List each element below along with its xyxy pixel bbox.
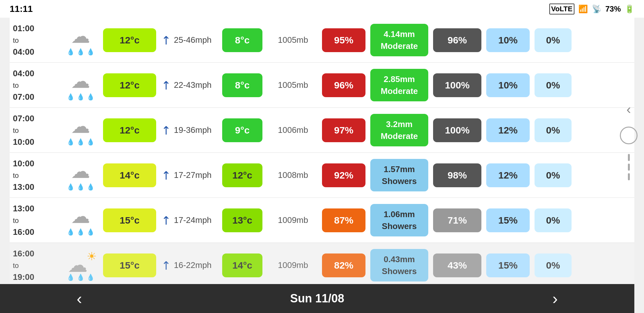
uv-col: 0% xyxy=(535,163,573,187)
menu-line xyxy=(628,163,630,170)
humidity-col: 87% xyxy=(322,208,367,232)
pressure-col: 1009mb xyxy=(267,260,319,270)
wind-col: ↗ 16-22mph xyxy=(161,259,219,272)
visibility-col: 10% xyxy=(486,73,531,97)
rain-drops: 💧💧💧 xyxy=(68,273,93,281)
feels-like-col: 8°c xyxy=(222,73,264,97)
wind-speed: 25-46mph xyxy=(174,35,212,45)
visibility-badge: 12% xyxy=(486,163,530,187)
prev-day-button[interactable]: ‹ xyxy=(0,289,159,308)
wind-direction-icon: ↗ xyxy=(158,167,174,183)
pressure-value: 1009mb xyxy=(278,215,308,225)
bottom-nav[interactable]: ‹ Sun 11/08 › xyxy=(0,284,634,313)
temperature-col: 15°c xyxy=(103,208,158,232)
precipitation-col: 4.14mmModerate xyxy=(370,24,430,56)
cloud-cover-col: 100% xyxy=(433,73,483,97)
date-label: Sun 11/08 xyxy=(159,292,476,305)
cloud-cover-col: 96% xyxy=(433,28,483,52)
pressure-value: 1009mb xyxy=(278,260,308,270)
precipitation-col: 2.85mmModerate xyxy=(370,69,430,101)
visibility-col: 10% xyxy=(486,28,531,52)
time-range: 07:00to10:00 xyxy=(13,113,58,148)
visibility-badge: 10% xyxy=(486,28,530,52)
pressure-value: 1008mb xyxy=(278,170,308,180)
wind-col: ↗ 19-36mph xyxy=(161,124,219,137)
visibility-col: 15% xyxy=(486,253,531,277)
feels-like-badge: 14°c xyxy=(222,253,262,277)
time-range: 13:00to16:00 xyxy=(13,203,58,238)
visibility-badge: 12% xyxy=(486,118,530,142)
cloud-cover-col: 98% xyxy=(433,163,483,187)
humidity-badge: 96% xyxy=(322,73,365,97)
temperature-col: 12°c xyxy=(103,73,158,97)
back-arrow-icon[interactable]: ‹ xyxy=(627,101,631,117)
cloud-cover-col: 71% xyxy=(433,208,483,232)
pressure-col: 1006mb xyxy=(267,125,319,135)
temperature-col: 12°c xyxy=(103,118,158,142)
precipitation-col: 3.2mmModerate xyxy=(370,114,430,146)
wind-speed: 17-24mph xyxy=(174,215,212,225)
visibility-badge: 15% xyxy=(486,208,530,232)
precipitation-badge: 2.85mmModerate xyxy=(370,69,428,101)
weather-icon-col: ☁ 💧💧💧 xyxy=(61,25,100,56)
weather-row: 16:00to19:00 ☁ ☀ 💧💧💧 15°c ↗ 16-22mph 14°… xyxy=(10,243,634,288)
cloud-badge: 100% xyxy=(433,118,481,142)
signal-icon: 📡 xyxy=(592,5,601,14)
pressure-col: 1008mb xyxy=(267,170,319,180)
humidity-col: 92% xyxy=(322,163,367,187)
temperature-col: 15°c xyxy=(103,253,158,277)
cloud-badge: 43% xyxy=(433,253,481,277)
cloud-badge: 98% xyxy=(433,163,481,187)
feels-like-badge: 8°c xyxy=(222,28,262,52)
prev-icon: ‹ xyxy=(77,289,82,308)
weather-icon-col: ☁ 💧💧💧 xyxy=(61,160,100,191)
clock: 11:11 xyxy=(10,4,33,14)
uv-badge: 0% xyxy=(535,73,572,97)
time-range: 16:00to19:00 xyxy=(13,248,58,283)
uv-col: 0% xyxy=(535,73,573,97)
precipitation-col: 1.06mmShowers xyxy=(370,204,430,236)
cloud-badge: 96% xyxy=(433,28,481,52)
menu-lines-icon[interactable] xyxy=(628,154,630,180)
volte-icon: VoLTE xyxy=(549,4,574,14)
precipitation-badge: 3.2mmModerate xyxy=(370,114,428,146)
feels-like-badge: 12°c xyxy=(222,163,262,187)
time-range: 04:00to07:00 xyxy=(13,68,58,103)
feels-like-col: 12°c xyxy=(222,163,264,187)
precipitation-badge: 0.43mmShowers xyxy=(370,249,428,281)
humidity-badge: 95% xyxy=(322,28,365,52)
next-icon: › xyxy=(552,289,558,308)
precipitation-col: 0.43mmShowers xyxy=(370,249,430,281)
visibility-col: 12% xyxy=(486,163,531,187)
wind-direction-icon: ↗ xyxy=(158,32,174,48)
temperature-col: 12°c xyxy=(103,28,158,52)
rain-drops: 💧💧💧 xyxy=(67,48,95,56)
wind-col: ↗ 25-46mph xyxy=(161,33,219,47)
pressure-value: 1005mb xyxy=(278,35,308,45)
weather-icon-col: ☁ 💧💧💧 xyxy=(61,115,100,146)
home-button[interactable] xyxy=(620,126,638,144)
temperature-badge: 14°c xyxy=(103,163,156,187)
wind-direction-icon: ↗ xyxy=(158,212,174,228)
partly-cloudy-icon: ☁ ☀ 💧💧💧 xyxy=(68,253,93,277)
uv-badge: 0% xyxy=(535,253,572,277)
weather-row: 10:00to13:00 ☁ 💧💧💧 14°c ↗ 17-27mph 12°c … xyxy=(10,153,634,198)
weather-row: 07:00to10:00 ☁ 💧💧💧 12°c ↗ 19-36mph 9°c 1… xyxy=(10,108,634,153)
next-day-button[interactable]: › xyxy=(476,289,635,308)
uv-col: 0% xyxy=(535,28,573,52)
uv-badge: 0% xyxy=(535,163,572,187)
rain-drops: 💧💧💧 xyxy=(67,138,95,146)
rain-drops: 💧💧💧 xyxy=(67,228,95,236)
rain-cloud-icon: ☁ 💧💧💧 xyxy=(67,70,95,101)
menu-line xyxy=(628,154,630,161)
wind-direction-icon: ↗ xyxy=(158,257,174,273)
wind-col: ↗ 17-27mph xyxy=(161,169,219,182)
visibility-badge: 15% xyxy=(486,253,530,277)
humidity-badge: 82% xyxy=(322,253,365,277)
uv-badge: 0% xyxy=(535,208,572,232)
visibility-col: 15% xyxy=(486,208,531,232)
uv-col: 0% xyxy=(535,118,573,142)
weather-icon-col: ☁ 💧💧💧 xyxy=(61,70,100,101)
weather-row: 04:00to07:00 ☁ 💧💧💧 12°c ↗ 22-43mph 8°c 1… xyxy=(10,63,634,108)
uv-badge: 0% xyxy=(535,28,572,52)
